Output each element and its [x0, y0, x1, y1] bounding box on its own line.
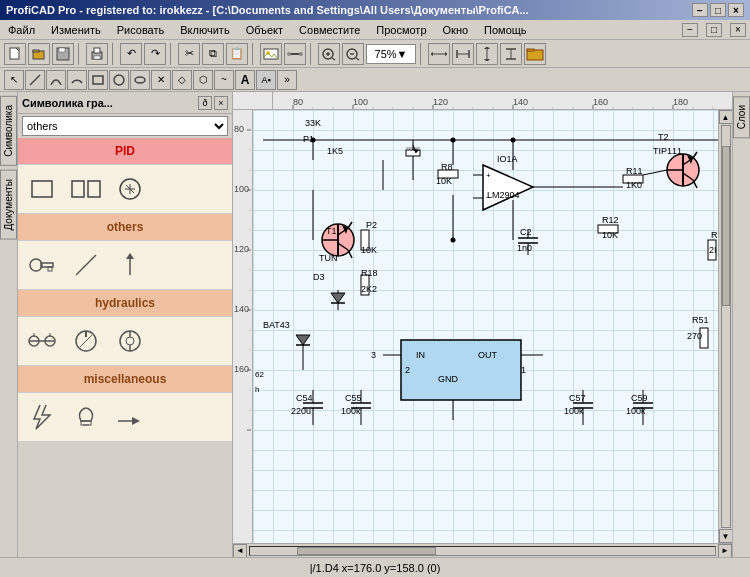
arrows-button3[interactable] [476, 43, 498, 65]
zoom-selector[interactable]: 75% ▼ [366, 44, 416, 64]
print-button[interactable] [86, 43, 108, 65]
zoom-in-button[interactable] [318, 43, 340, 65]
scroll-right-button[interactable]: ► [718, 544, 732, 558]
status-text: |/1.D4 x=176.0 y=158.0 (0) [310, 562, 441, 574]
pid-header[interactable]: PID [18, 138, 232, 165]
save-button[interactable] [52, 43, 74, 65]
ellipse-tool[interactable] [130, 70, 150, 90]
label-lm2904: LM2904 [487, 190, 520, 200]
scroll-track-vertical[interactable] [721, 125, 731, 528]
folder-button[interactable] [524, 43, 546, 65]
hydraulics-section: hydraulics [18, 290, 232, 366]
menu-help[interactable]: Помощь [480, 23, 531, 37]
tab-sloi[interactable]: Слои [733, 96, 750, 138]
category-select[interactable]: others PID hydraulics miscellaneous [22, 116, 228, 136]
label-3: 3 [371, 350, 376, 360]
undo-button[interactable]: ↶ [120, 43, 142, 65]
new-button[interactable] [4, 43, 26, 65]
pid-symbol-1[interactable] [22, 169, 62, 209]
menu-bar: Файл Изменить Рисовать Включить Объект С… [0, 20, 750, 40]
arrows-button2[interactable] [452, 43, 474, 65]
menu-draw[interactable]: Рисовать [113, 23, 169, 37]
bezier-tool[interactable]: ~ [214, 70, 234, 90]
canvas-with-ruler: 80 100 120 140 160 [233, 110, 732, 543]
menu-align[interactable]: Совместите [295, 23, 364, 37]
pid-symbols [18, 165, 232, 213]
cross-tool[interactable]: ✕ [151, 70, 171, 90]
misc-header[interactable]: miscellaneous [18, 366, 232, 393]
scroll-left-button[interactable]: ◄ [233, 544, 247, 558]
more-tools[interactable]: » [277, 70, 297, 90]
pointer-tool[interactable]: ↖ [4, 70, 24, 90]
scroll-thumb-vertical[interactable] [722, 146, 730, 306]
tab-dokumenty[interactable]: Документы [0, 170, 17, 240]
menu-window[interactable]: Окно [439, 23, 473, 37]
text-tool[interactable]: A [235, 70, 255, 90]
vertical-scrollbar[interactable]: ▲ ▼ [718, 110, 732, 543]
sidebar-close[interactable]: × [214, 96, 228, 110]
label-p2: P2 [366, 220, 377, 230]
image-button[interactable] [260, 43, 282, 65]
inner-minimize-button[interactable]: − [682, 23, 698, 37]
others-symbol-arrow[interactable] [66, 245, 106, 285]
arc-tool[interactable] [67, 70, 87, 90]
others-symbol-key[interactable] [22, 245, 62, 285]
polygon-tool[interactable]: ⬡ [193, 70, 213, 90]
diamond-tool[interactable]: ◇ [172, 70, 192, 90]
menu-view[interactable]: Просмотр [372, 23, 430, 37]
inner-close-button[interactable]: × [730, 23, 746, 37]
label-2i: 2I [709, 245, 717, 255]
arrows-button4[interactable] [500, 43, 522, 65]
cut-button[interactable]: ✂ [178, 43, 200, 65]
wires-button[interactable] [284, 43, 306, 65]
copy-button[interactable]: ⧉ [202, 43, 224, 65]
label-tool[interactable]: A▪ [256, 70, 276, 90]
hydraulics-symbol-1[interactable] [22, 321, 62, 361]
maximize-button[interactable]: □ [710, 3, 726, 17]
rect-tool[interactable] [88, 70, 108, 90]
svg-line-188 [643, 170, 667, 175]
inner-restore-button[interactable]: □ [706, 23, 722, 37]
tab-symbolika[interactable]: Символика [0, 96, 17, 166]
svg-line-138 [683, 173, 693, 180]
label-1n0: 1n0 [517, 243, 532, 253]
sidebar-pin[interactable]: ð [198, 96, 212, 110]
misc-symbol-lamp[interactable] [66, 397, 106, 437]
others-symbol-up-arrow[interactable] [110, 245, 150, 285]
zoom-out-button[interactable] [342, 43, 364, 65]
paste-button[interactable]: 📋 [226, 43, 248, 65]
menu-edit[interactable]: Изменить [47, 23, 105, 37]
minimize-button[interactable]: − [692, 3, 708, 17]
pid-symbol-2[interactable] [66, 169, 106, 209]
scroll-thumb-horizontal[interactable] [297, 547, 437, 555]
svg-marker-27 [484, 47, 490, 49]
arrows-button1[interactable] [428, 43, 450, 65]
curve-tool[interactable] [46, 70, 66, 90]
misc-symbol-arrow2[interactable] [110, 397, 150, 437]
hydraulics-symbol-2[interactable] [66, 321, 106, 361]
circle-tool[interactable] [109, 70, 129, 90]
scroll-down-button[interactable]: ▼ [719, 529, 733, 543]
close-button[interactable]: × [728, 3, 744, 17]
label-r51: R51 [692, 315, 709, 325]
menu-include[interactable]: Включить [176, 23, 233, 37]
line-tool[interactable] [25, 70, 45, 90]
menu-file[interactable]: Файл [4, 23, 39, 37]
hydraulics-symbol-3[interactable] [110, 321, 150, 361]
menu-object[interactable]: Объект [242, 23, 287, 37]
svg-text:+: + [486, 171, 491, 180]
open-button[interactable] [28, 43, 50, 65]
circuit-svg: + − [253, 110, 718, 543]
circuit-canvas[interactable]: + − [253, 110, 718, 543]
title-bar: ProfiCAD Pro - registered to: irokkezz -… [0, 0, 750, 20]
misc-symbol-lightning[interactable] [22, 397, 62, 437]
scroll-up-button[interactable]: ▲ [719, 110, 733, 124]
hydraulics-header[interactable]: hydraulics [18, 290, 232, 317]
label-d3: D3 [313, 272, 325, 282]
pid-symbol-3[interactable] [110, 169, 150, 209]
redo-button[interactable]: ↷ [144, 43, 166, 65]
others-header[interactable]: others [18, 214, 232, 241]
horizontal-scrollbar[interactable]: ◄ ► [233, 543, 732, 557]
scroll-track-horizontal[interactable] [249, 546, 716, 556]
svg-line-16 [332, 58, 335, 60]
